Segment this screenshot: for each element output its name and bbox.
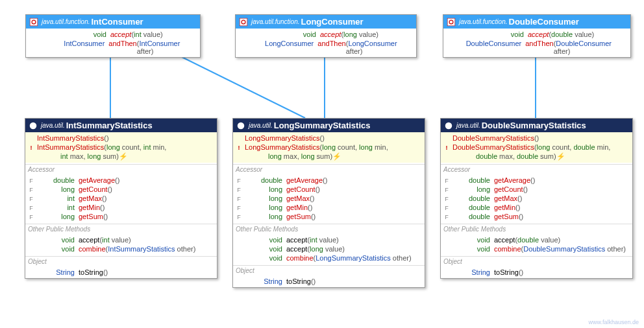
svg-point-15 bbox=[447, 124, 450, 127]
method-row: void accept (int value) bbox=[29, 30, 197, 39]
method-row: Flong getCount () bbox=[28, 185, 214, 194]
interface-header: java.util.function.DoubleConsumer bbox=[443, 15, 630, 29]
class-header: java.util.DoubleSummaryStatistics bbox=[441, 119, 632, 132]
section-title: Object bbox=[25, 256, 217, 266]
svg-rect-6 bbox=[240, 18, 247, 26]
method-row: void accept (double value) bbox=[446, 30, 628, 39]
class-header: java.util.LongSummaryStatistics bbox=[233, 119, 425, 132]
method-row: Flong getCount () bbox=[236, 185, 422, 194]
method-row: void accept (int value) bbox=[28, 235, 214, 244]
constructor-row: !DoubleSummaryStatistics (long count, do… bbox=[443, 143, 630, 152]
method-row: void accept (long value) bbox=[236, 244, 422, 253]
method-row: Fint getMin () bbox=[28, 203, 214, 212]
method-row: IntConsumer andThen (IntConsumer after) bbox=[29, 39, 197, 56]
gear-icon bbox=[29, 121, 38, 130]
gear-icon bbox=[444, 121, 453, 130]
section-title: Accessor bbox=[441, 164, 632, 174]
interface-header: java.util.function.LongConsumer bbox=[236, 15, 416, 29]
method-row: void accept (int value) bbox=[236, 235, 422, 244]
interface-longc: java.util.function.LongConsumervoid acce… bbox=[235, 14, 417, 58]
method-row: void combine (IntSummaryStatistics other… bbox=[28, 244, 214, 253]
interface-header: java.util.function.IntConsumer bbox=[26, 15, 200, 29]
method-row: DoubleConsumer andThen (DoubleConsumer a… bbox=[446, 39, 628, 56]
method-row: Flong getCount () bbox=[443, 185, 630, 194]
constructor-row: IntSummaryStatistics () bbox=[28, 134, 214, 143]
method-row: void accept (long value) bbox=[238, 30, 414, 39]
interface-icon bbox=[447, 18, 456, 27]
constructor-row: !LongSummaryStatistics (long count, long… bbox=[236, 143, 422, 152]
footer-credit: www.falkhausen.de bbox=[588, 319, 639, 325]
svg-rect-8 bbox=[447, 18, 455, 26]
gear-icon bbox=[236, 121, 245, 130]
interface-intc: java.util.function.IntConsumervoid accep… bbox=[25, 14, 201, 58]
method-row: Flong getSum () bbox=[236, 212, 422, 221]
section-title: Other Public Methods bbox=[25, 224, 217, 234]
constructor-cont: double max, double sum) ⚡ bbox=[443, 152, 630, 161]
class-longs: java.util.LongSummaryStatisticsLongSumma… bbox=[232, 118, 425, 288]
interface-icon bbox=[29, 18, 38, 27]
method-row: void combine (LongSummaryStatistics othe… bbox=[236, 253, 422, 263]
class-header: java.util.IntSummaryStatistics bbox=[25, 119, 217, 132]
method-row: Fdouble getMin () bbox=[443, 203, 630, 212]
section-title: Object bbox=[441, 256, 632, 266]
section-title: Other Public Methods bbox=[233, 224, 425, 234]
interface-icon bbox=[239, 18, 248, 27]
method-row: Flong getMax () bbox=[236, 194, 422, 203]
constructor-cont: long max, long sum) ⚡ bbox=[236, 152, 422, 161]
section-title: Accessor bbox=[233, 164, 425, 174]
svg-point-13 bbox=[240, 124, 242, 127]
method-row: Fdouble getSum () bbox=[443, 212, 630, 221]
svg-line-3 bbox=[175, 54, 305, 118]
method-row: Fdouble getAverage () bbox=[28, 176, 214, 185]
method-row: Fdouble getAverage () bbox=[236, 176, 422, 185]
method-row: String toString () bbox=[28, 268, 214, 277]
constructor-cont: int max, long sum) ⚡ bbox=[28, 152, 214, 161]
method-row: Flong getSum () bbox=[28, 212, 214, 221]
method-row: Fdouble getAverage () bbox=[443, 176, 630, 185]
method-row: Fdouble getMax () bbox=[443, 194, 630, 203]
class-ints: java.util.IntSummaryStatisticsIntSummary… bbox=[25, 118, 217, 279]
section-title: Other Public Methods bbox=[441, 224, 632, 234]
interface-dblc: java.util.function.DoubleConsumervoid ac… bbox=[443, 14, 631, 58]
constructor-row: !IntSummaryStatistics (long count, int m… bbox=[28, 143, 214, 152]
svg-rect-4 bbox=[30, 18, 38, 26]
constructor-row: DoubleSummaryStatistics () bbox=[443, 134, 630, 143]
section-title: Accessor bbox=[25, 164, 217, 174]
section-title: Object bbox=[233, 265, 425, 275]
method-row: Fint getMax () bbox=[28, 194, 214, 203]
method-row: void combine (DoubleSummaryStatistics ot… bbox=[443, 244, 630, 253]
method-row: LongConsumer andThen (LongConsumer after… bbox=[238, 39, 414, 56]
method-row: void accept (double value) bbox=[443, 235, 630, 244]
svg-point-11 bbox=[32, 124, 34, 127]
class-dbls: java.util.DoubleSummaryStatisticsDoubleS… bbox=[440, 118, 633, 279]
method-row: Flong getMin () bbox=[236, 203, 422, 212]
constructor-row: LongSummaryStatistics () bbox=[236, 134, 422, 143]
method-row: String toString () bbox=[443, 268, 630, 277]
method-row: String toString () bbox=[236, 277, 422, 286]
